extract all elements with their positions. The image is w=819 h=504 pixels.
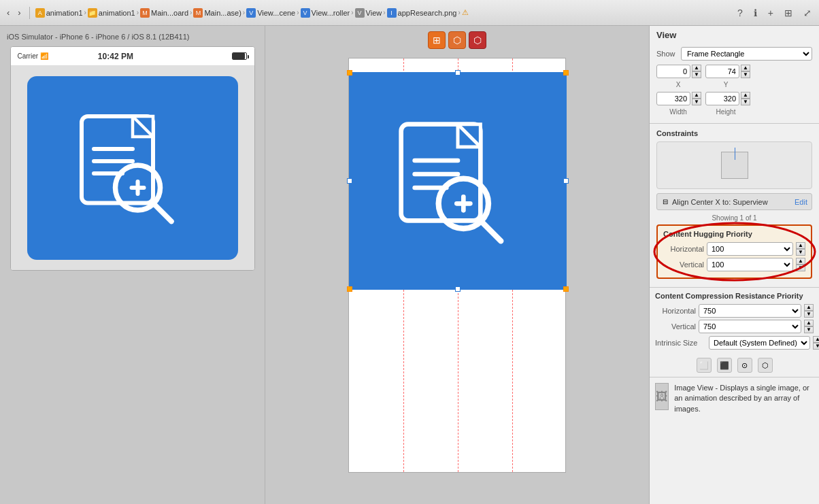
bottom-icon-4[interactable]: ⬡ — [758, 358, 773, 373]
width-stepper[interactable]: ▲ ▼ — [692, 92, 701, 105]
handle-bottom-right[interactable] — [563, 286, 569, 292]
height-coord-label: Height — [704, 107, 748, 116]
handle-mid-left[interactable] — [347, 178, 352, 184]
intrinsic-stepper[interactable]: ▲ ▼ — [813, 336, 819, 350]
compression-v-select[interactable]: 750 — [699, 320, 801, 333]
back-button[interactable]: ‹ — [4, 6, 12, 19]
breadcrumb-item-3[interactable]: M Main...oard — [140, 8, 188, 18]
breadcrumb-item-4[interactable]: M Main...ase) — [193, 8, 241, 18]
hugging-h-down[interactable]: ▼ — [796, 249, 805, 256]
handle-top-center[interactable] — [455, 70, 461, 75]
constraints-title: Constraints — [656, 129, 812, 137]
intrinsic-label: Intrinsic Size — [655, 339, 706, 347]
y-down[interactable]: ▼ — [741, 71, 750, 78]
x-stepper[interactable]: ▲ ▼ — [692, 65, 701, 78]
hugging-v-up[interactable]: ▲ — [796, 258, 805, 265]
grid-button[interactable]: ⊞ — [781, 6, 796, 20]
carrier-text: Carrier — [18, 52, 39, 60]
y-up[interactable]: ▲ — [741, 65, 750, 71]
compression-v-up[interactable]: ▲ — [804, 320, 814, 326]
canvas-image-element[interactable] — [349, 72, 567, 290]
question-button[interactable]: ? — [734, 6, 746, 20]
height-stepper[interactable]: ▲ ▼ — [741, 92, 750, 105]
bottom-icon-1[interactable]: ⬜ — [697, 358, 712, 373]
show-section: Show Frame Rectangle ▲ ▼ ▲ — [650, 41, 819, 124]
wh-row: ▲ ▼ ▲ ▼ — [656, 92, 812, 105]
width-input[interactable] — [656, 92, 690, 105]
fullscreen-button[interactable]: ⤢ — [800, 6, 815, 20]
intrinsic-up[interactable]: ▲ — [813, 336, 819, 343]
compression-v-stepper[interactable]: ▲ ▼ — [804, 320, 814, 333]
hugging-v-stepper[interactable]: ▲ ▼ — [796, 258, 805, 271]
compression-v-row: Vertical 750 ▲ ▼ — [655, 320, 814, 333]
compression-h-select[interactable]: 750 — [699, 304, 801, 318]
svg-line-7 — [155, 205, 171, 221]
compression-h-down[interactable]: ▼ — [804, 311, 814, 318]
toolbar: ‹ › A animation1 › 📁 animation1 › M Main… — [0, 0, 819, 26]
bottom-icon-3[interactable]: ⊙ — [737, 358, 752, 373]
handle-mid-right[interactable] — [563, 178, 569, 184]
width-up[interactable]: ▲ — [692, 92, 701, 99]
canvas-frame — [348, 58, 566, 473]
x-group: ▲ ▼ — [656, 65, 701, 78]
sim-content — [11, 66, 254, 270]
breadcrumb-item-2[interactable]: 📁 animation1 — [88, 8, 135, 18]
height-input[interactable] — [705, 92, 739, 105]
hugging-h-label: Horizontal — [663, 245, 704, 253]
simulator-title: iOS Simulator - iPhone 6 - iPhone 6 / iO… — [0, 33, 189, 41]
compression-section: Content Compression Resistance Priority … — [650, 288, 819, 354]
simulator-panel: iOS Simulator - iPhone 6 - iPhone 6 / iO… — [0, 26, 265, 504]
y-input[interactable] — [705, 65, 739, 78]
breadcrumb: A animation1 › 📁 animation1 › M Main...o… — [35, 8, 469, 18]
plus-button[interactable]: + — [765, 6, 777, 20]
breadcrumb-item-5[interactable]: V View...cene — [246, 8, 295, 18]
intrinsic-select[interactable]: Default (System Defined) — [709, 336, 810, 350]
canvas-tool-2[interactable]: ⬡ — [448, 31, 466, 49]
height-down[interactable]: ▼ — [741, 99, 750, 105]
breadcrumb-label-2: animation1 — [99, 9, 135, 17]
canvas-tool-3[interactable]: ⬡ — [469, 31, 486, 49]
align-edit-button[interactable]: Edit — [795, 198, 807, 206]
hugging-section: Content Hugging Priority Horizontal 100 … — [656, 224, 812, 279]
compression-v-label: Vertical — [655, 322, 696, 331]
hugging-v-select[interactable]: 100 — [707, 258, 793, 271]
handle-top-left[interactable] — [347, 70, 352, 75]
app-icon-large — [27, 76, 238, 260]
align-text: Align Center X to: Superview — [672, 198, 792, 206]
width-down[interactable]: ▼ — [692, 99, 701, 105]
handle-bottom-left[interactable] — [347, 286, 352, 292]
x-up[interactable]: ▲ — [692, 65, 701, 71]
bottom-icon-2[interactable]: ⬛ — [717, 358, 732, 373]
breadcrumb-item-8[interactable]: I appResearch.png — [387, 8, 457, 18]
handle-bottom-center[interactable] — [455, 286, 461, 292]
handle-top-right[interactable] — [563, 70, 569, 75]
canvas-tool-1[interactable]: ⊞ — [428, 31, 446, 49]
constraints-line-top — [735, 148, 735, 160]
align-bar: ⊟ Align Center X to: Superview Edit — [656, 193, 812, 210]
breadcrumb-item-7[interactable]: V View — [355, 8, 382, 18]
breadcrumb-sep-8: › — [458, 9, 460, 16]
compression-v-down[interactable]: ▼ — [804, 326, 814, 333]
breadcrumb-item-1[interactable]: A animation1 — [35, 8, 83, 18]
breadcrumb-sep-6: › — [351, 9, 353, 16]
compression-h-stepper[interactable]: ▲ ▼ — [804, 304, 814, 318]
breadcrumb-label-8: appResearch.png — [398, 9, 457, 17]
intrinsic-down[interactable]: ▼ — [813, 343, 819, 350]
breadcrumb-label-6: View...roller — [312, 9, 350, 17]
x-down[interactable]: ▼ — [692, 71, 701, 78]
hugging-h-stepper[interactable]: ▲ ▼ — [796, 242, 805, 256]
x-input[interactable] — [656, 65, 690, 78]
show-select[interactable]: Frame Rectangle — [681, 47, 812, 61]
breadcrumb-icon-4: M — [193, 8, 203, 18]
sim-carrier: Carrier 📶 — [18, 52, 49, 60]
hugging-h-select[interactable]: 100 — [707, 242, 793, 256]
y-stepper[interactable]: ▲ ▼ — [741, 65, 750, 78]
hugging-h-up[interactable]: ▲ — [796, 242, 805, 249]
height-up[interactable]: ▲ — [741, 92, 750, 99]
info-button[interactable]: ℹ — [750, 6, 760, 20]
forward-button[interactable]: › — [15, 6, 23, 19]
breadcrumb-item-6[interactable]: V View...roller — [301, 8, 350, 18]
hugging-v-down[interactable]: ▼ — [796, 265, 805, 271]
compression-h-up[interactable]: ▲ — [804, 304, 814, 311]
width-group: ▲ ▼ — [656, 92, 701, 105]
